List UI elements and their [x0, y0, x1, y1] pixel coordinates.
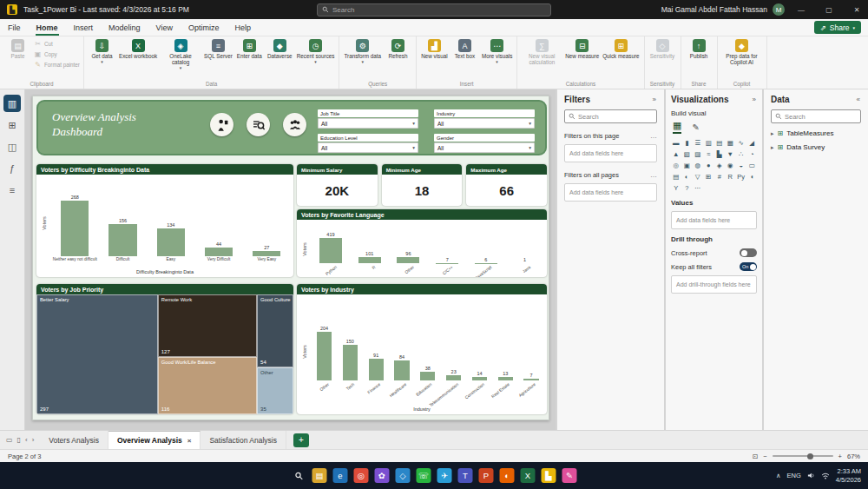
chevron-right-icon[interactable]: ▸	[771, 144, 774, 151]
ribbon-button-enter-data[interactable]: ⊞Enter data	[235, 38, 264, 60]
fit-to-page-icon[interactable]: ⊡	[753, 453, 758, 460]
build-visual-tab[interactable]: ▦	[673, 120, 681, 134]
filters-search-input[interactable]	[578, 113, 653, 121]
treemap-block-remote-work[interactable]: Remote Work127	[158, 294, 257, 357]
visual-type-decomposition-tree[interactable]: Y	[671, 183, 681, 193]
visual-type-stacked-area-chart[interactable]: ▲	[671, 149, 681, 159]
show-hidden-icons-chevron[interactable]: ∧	[776, 472, 781, 479]
zoom-slider[interactable]	[773, 455, 833, 457]
bar-education[interactable]: 38Education	[415, 296, 441, 406]
desktop-view-icon[interactable]: ▭	[6, 436, 13, 444]
visual-type-ribbon-chart[interactable]: ≈	[704, 149, 714, 159]
visual-type-clustered-bar-chart[interactable]: ☰	[693, 138, 703, 148]
taskbar-telegram-icon[interactable]: ✈	[437, 468, 452, 483]
kpi-card-maximum-age[interactable]: Maximum Age66	[466, 164, 547, 206]
minimize-button[interactable]: —	[790, 0, 812, 19]
next-page-icon[interactable]: ›	[32, 436, 35, 444]
dax-query-view-button[interactable]: ƒ	[3, 160, 21, 177]
menu-tab-insert[interactable]: Insert	[66, 19, 102, 36]
ribbon-button-format-painter[interactable]: ✎Format painter	[34, 61, 80, 69]
ribbon-button-dataverse[interactable]: ◆Dataverse	[266, 38, 294, 60]
bar-r[interactable]: 101R	[350, 221, 389, 277]
slicer-dropdown-education-level[interactable]: All▾	[318, 142, 418, 153]
ribbon-button-paste[interactable]: ▤Paste	[3, 38, 32, 60]
zoom-slider-knob[interactable]	[807, 453, 813, 459]
taskbar-power-bi-icon[interactable]: ▙	[542, 468, 556, 483]
drill-through-dropzone[interactable]: Add drill-through fields here	[671, 275, 757, 294]
visual-type-more-visual-types[interactable]: ⋯	[693, 183, 703, 193]
slicer-dropdown-job-title[interactable]: All▾	[318, 118, 418, 129]
visual-type-python-visual[interactable]: Py	[736, 172, 746, 182]
menu-tab-modeling[interactable]: Modeling	[101, 19, 148, 36]
more-options-icon[interactable]: …	[650, 132, 657, 140]
collapse-pane-icon[interactable]: »	[653, 96, 657, 103]
menu-tab-file[interactable]: File	[0, 19, 29, 36]
ribbon-button-recent-sources[interactable]: ◷Recent sources▾	[296, 38, 336, 65]
visual-voters-by-industry[interactable]: Voters by IndustryVoters204Other150Tech9…	[297, 284, 547, 414]
taskbar-paint-icon[interactable]: ✎	[562, 468, 577, 483]
cross-report-toggle[interactable]	[740, 248, 757, 257]
menu-tab-optimize[interactable]: Optimize	[181, 19, 227, 36]
bar-c-c[interactable]: 7C/C++	[428, 221, 467, 277]
visual-type-gauge[interactable]: ◒	[736, 161, 746, 170]
tmdl-view-button[interactable]: ≡	[3, 182, 21, 199]
ribbon-button-new-measure[interactable]: ⊟New measure	[564, 38, 600, 60]
menu-tab-help[interactable]: Help	[227, 19, 259, 36]
visual-type-area-chart[interactable]: ◢	[747, 138, 758, 148]
treemap-block-other[interactable]: Other35	[257, 367, 293, 414]
ribbon-button-transform-data[interactable]: ⚙Transform data▾	[343, 38, 381, 65]
previous-page-icon[interactable]: ‹	[25, 436, 28, 444]
visual-type-donut-chart[interactable]: ◎	[671, 161, 681, 170]
ribbon-button-quick-measure[interactable]: ⊞Quick measure	[602, 38, 640, 60]
slicer-dropdown-gender[interactable]: All▾	[434, 142, 535, 153]
share-button[interactable]: ⇗ Share ▾	[814, 21, 861, 34]
zoom-in-button[interactable]: +	[838, 453, 842, 460]
ribbon-button-onelake-catalog[interactable]: ◈OneLake catalog▾	[160, 38, 201, 71]
taskbar-file-explorer-icon[interactable]: ▤	[312, 468, 327, 483]
visual-type-scatter-chart[interactable]: ∴	[736, 149, 746, 159]
ribbon-button-sensitivity[interactable]: ◇Sensitivity	[648, 38, 677, 60]
visual-type-key-influencers[interactable]: ◖	[747, 172, 758, 182]
bar-construction[interactable]: 14Construction	[467, 296, 493, 406]
format-visual-tab[interactable]: ✎	[692, 122, 699, 132]
treemap-block-good-culture[interactable]: Good Culture54	[257, 294, 293, 367]
taskbar-search-icon[interactable]	[292, 468, 306, 483]
taskbar-teams-icon[interactable]: T	[458, 468, 473, 483]
visual-type-multi-row-card[interactable]: ▤	[671, 172, 681, 182]
visual-type-stacked-column-chart[interactable]: ▮	[682, 138, 693, 148]
visual-type-map[interactable]: ◍	[693, 161, 703, 170]
keep-all-filters-toggle[interactable]: On	[740, 262, 757, 271]
bar-tech[interactable]: 150Tech	[337, 296, 363, 406]
visual-type-azure-map[interactable]: ◉	[726, 161, 736, 170]
visual-type-clustered-column-chart[interactable]: ▥	[704, 138, 714, 148]
ribbon-button-new-visual-calculation[interactable]: ∑New visual calculation	[521, 38, 562, 66]
data-search[interactable]	[771, 109, 861, 123]
zoom-out-button[interactable]: −	[763, 453, 766, 460]
page-tab-voters-analysis[interactable]: Voters Analysis	[40, 431, 108, 449]
values-dropzone[interactable]: Add data fields here	[671, 211, 757, 229]
taskbar-excel-icon[interactable]: X	[521, 468, 536, 483]
visual-type-waterfall-chart[interactable]: ▙	[714, 149, 725, 159]
ribbon-button-new-visual[interactable]: ▟New visual	[420, 38, 449, 60]
filters-search[interactable]	[564, 109, 657, 123]
ribbon-button-cut[interactable]: ✂Cut	[34, 40, 80, 48]
visual-voters-by-job-priority[interactable]: Voters by Job PriorityBetter Salary297Re…	[36, 284, 293, 414]
visual-voters-by-difficulty[interactable]: Voters by Difficulty Breakinginto DataVo…	[36, 164, 293, 277]
kpi-card-minimum-age[interactable]: Minimum Age18	[382, 164, 463, 206]
ribbon-button-refresh[interactable]: ⟳Refresh	[384, 38, 412, 60]
new-page-button[interactable]: +	[293, 433, 309, 447]
visual-type-kpi[interactable]: ◐	[682, 172, 693, 182]
bar-difficult[interactable]: 156Difficult	[99, 176, 147, 269]
visual-type-line-stacked-column-chart[interactable]: ▧	[682, 149, 693, 159]
ribbon-button-prep-data-for-copilot-ai[interactable]: ◆Prep data for Copilot AI	[721, 38, 763, 66]
data-table-tablemeasures[interactable]: ▸⊞TableMeasures	[771, 129, 861, 137]
visual-type-line-chart[interactable]: ∿	[736, 138, 746, 148]
ribbon-button-text-box[interactable]: AText box	[450, 38, 479, 60]
model-view-button[interactable]: ◫	[3, 138, 21, 155]
menu-tab-view[interactable]: View	[148, 19, 181, 36]
kpi-card-minimum-salary[interactable]: Minimum Salary20K	[297, 164, 378, 206]
more-options-icon[interactable]: …	[650, 171, 657, 179]
taskbar-vscode-icon[interactable]: ◇	[396, 468, 411, 483]
global-search-input[interactable]	[332, 6, 546, 14]
treemap-block-good-work-life-balance[interactable]: Good Work/Life Balance116	[158, 357, 257, 414]
